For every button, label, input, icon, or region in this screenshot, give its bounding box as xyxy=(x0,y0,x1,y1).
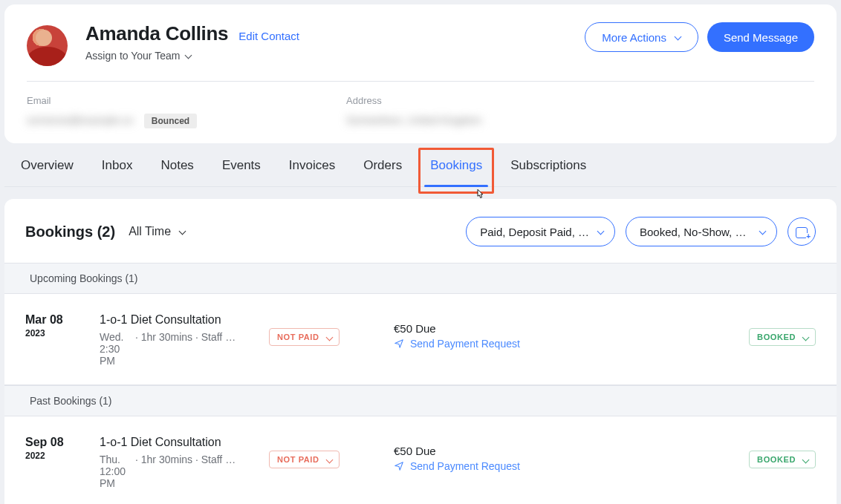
status-filter-label: Booked, No-Show, C… xyxy=(640,226,751,238)
booking-meta: · 1hr 30mins · Staff … xyxy=(135,454,248,489)
chevron-down-icon xyxy=(759,228,766,235)
booking-row[interactable]: Mar 0820231-o-1 Diet ConsultationWed. 2:… xyxy=(4,294,837,385)
bookings-title: Bookings (2) xyxy=(25,223,115,240)
booking-title: 1-o-1 Diet Consultation xyxy=(100,313,248,327)
payment-filter-dropdown[interactable]: Paid, Deposit Paid, … xyxy=(466,217,615,246)
booking-row[interactable]: Sep 0820221-o-1 Diet ConsultationThu. 12… xyxy=(4,416,837,504)
send-message-label: Send Message xyxy=(724,31,798,44)
email-value-redacted: someone@example.co xyxy=(27,114,133,126)
payment-status-label: NOT PAID xyxy=(277,333,319,341)
chevron-down-icon xyxy=(325,334,331,340)
booking-date-year: 2023 xyxy=(25,328,79,338)
chevron-down-icon xyxy=(802,334,808,340)
status-filter-dropdown[interactable]: Booked, No-Show, C… xyxy=(626,217,777,246)
booking-status-chip[interactable]: BOOKED xyxy=(749,328,816,346)
chevron-down-icon xyxy=(184,52,192,59)
tab-orders[interactable]: Orders xyxy=(362,157,403,186)
payment-status-chip[interactable]: NOT PAID xyxy=(269,328,340,346)
bookings-panel: Bookings (2) All Time Paid, Deposit Paid… xyxy=(4,199,837,504)
booking-status-label: BOOKED xyxy=(757,455,796,464)
booking-date: Mar 082023 xyxy=(25,313,79,338)
bookings-subsection-header: Upcoming Bookings (1) xyxy=(4,263,837,294)
new-booking-button[interactable] xyxy=(788,217,816,246)
tab-inbox[interactable]: Inbox xyxy=(100,157,134,186)
chevron-down-icon xyxy=(178,228,186,235)
booking-details: 1-o-1 Diet ConsultationWed. 2:30 PM· 1hr… xyxy=(100,313,248,367)
contact-identity: Amanda Collins Edit Contact Assign to Yo… xyxy=(85,22,299,62)
booking-date-main: Sep 08 xyxy=(25,436,79,449)
booking-status-chip[interactable]: BOOKED xyxy=(749,451,816,468)
address-label: Address xyxy=(346,95,532,106)
booking-date-main: Mar 08 xyxy=(25,313,79,327)
tab-invoices[interactable]: Invoices xyxy=(288,157,337,186)
booking-daytime: Wed. 2:30 PM xyxy=(100,331,131,367)
cursor-pointer-icon xyxy=(473,188,487,201)
send-payment-request-link[interactable]: Send Payment Request xyxy=(394,460,713,472)
booking-title: 1-o-1 Diet Consultation xyxy=(100,436,248,449)
time-filter-dropdown[interactable]: All Time xyxy=(129,225,186,238)
tab-notes[interactable]: Notes xyxy=(159,157,195,186)
bookings-subsection-header: Past Bookings (1) xyxy=(4,385,837,416)
chevron-down-icon xyxy=(597,228,604,235)
assign-team-dropdown[interactable]: Assign to Your Team xyxy=(85,50,299,62)
payment-status-chip[interactable]: NOT PAID xyxy=(269,451,340,468)
amount-due: €50 Due xyxy=(394,322,713,335)
payment-filter-label: Paid, Deposit Paid, … xyxy=(480,226,589,238)
send-payment-request-label: Send Payment Request xyxy=(410,338,520,350)
tab-bookings[interactable]: Bookings xyxy=(429,157,484,186)
more-actions-label: More Actions xyxy=(602,31,666,44)
more-actions-button[interactable]: More Actions xyxy=(585,22,698,52)
chevron-down-icon xyxy=(674,33,681,41)
divider xyxy=(27,81,814,82)
tabs-bar: OverviewInboxNotesEventsInvoicesOrdersBo… xyxy=(4,157,837,187)
assign-team-label: Assign to Your Team xyxy=(85,50,180,62)
booking-status-label: BOOKED xyxy=(757,333,796,341)
amount-due: €50 Due xyxy=(394,445,713,457)
send-icon xyxy=(394,338,404,349)
email-label: Email xyxy=(27,95,212,106)
email-field-group: Email someone@example.co Bounced xyxy=(27,95,212,128)
send-icon xyxy=(394,461,404,471)
time-filter-label: All Time xyxy=(129,225,171,238)
address-value-redacted: Somewhere, United Kingdom xyxy=(346,114,481,126)
tab-overview[interactable]: Overview xyxy=(19,157,75,186)
booking-date-year: 2022 xyxy=(25,451,79,461)
booking-daytime: Thu. 12:00 PM xyxy=(100,454,131,489)
send-message-button[interactable]: Send Message xyxy=(707,22,814,52)
booking-date: Sep 082022 xyxy=(25,436,79,461)
edit-contact-link[interactable]: Edit Contact xyxy=(238,30,299,42)
chevron-down-icon xyxy=(325,456,331,462)
booking-details: 1-o-1 Diet ConsultationThu. 12:00 PM· 1h… xyxy=(100,436,248,489)
contact-avatar[interactable] xyxy=(27,25,68,66)
tab-events[interactable]: Events xyxy=(221,157,262,186)
send-payment-request-link[interactable]: Send Payment Request xyxy=(394,338,713,350)
booking-meta: · 1hr 30mins · Staff … xyxy=(135,331,248,367)
tab-subscriptions[interactable]: Subscriptions xyxy=(509,157,588,186)
address-field-group: Address Somewhere, United Kingdom xyxy=(346,95,532,128)
payment-status-label: NOT PAID xyxy=(277,455,319,464)
send-payment-request-label: Send Payment Request xyxy=(410,460,520,472)
contact-header-card: Amanda Collins Edit Contact Assign to Yo… xyxy=(4,4,837,143)
chevron-down-icon xyxy=(802,456,808,462)
bounced-badge: Bounced xyxy=(144,114,197,128)
calendar-plus-icon xyxy=(795,225,808,238)
contact-name: Amanda Collins xyxy=(85,22,228,45)
